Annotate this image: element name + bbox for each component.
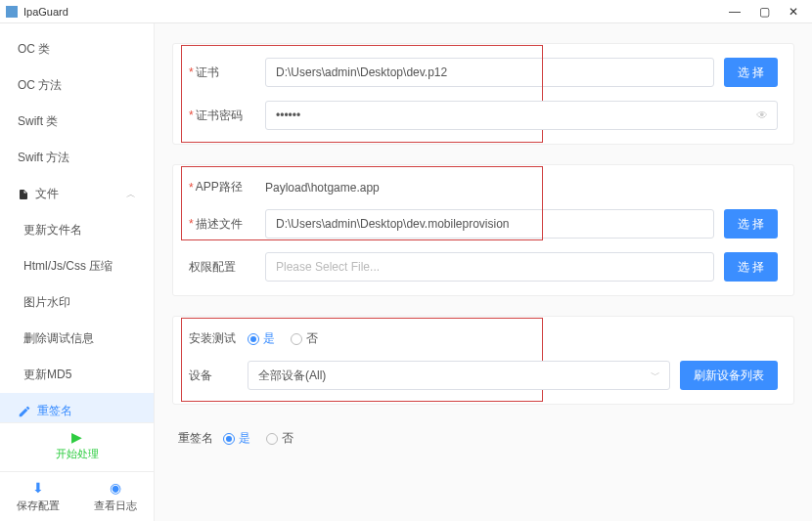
device-select[interactable]	[248, 361, 670, 390]
view-logs-label: 查看日志	[77, 499, 155, 513]
sidebar-menu: OC 类 OC 方法 Swift 类 Swift 方法 文件 ︿ 更新文件名 H…	[0, 23, 154, 422]
resign-footer: 重签名 是 否	[172, 424, 794, 460]
play-icon: ▶	[0, 429, 154, 445]
resign-label: 重签名	[178, 430, 213, 447]
signature-icon	[18, 405, 31, 418]
install-yes-radio[interactable]: 是	[248, 330, 275, 347]
start-label: 开始处理	[0, 447, 154, 461]
certificate-card: *证书 选 择 *证书密码 👁	[172, 43, 794, 145]
sidebar-item-label: 更新文件名	[23, 222, 82, 239]
sidebar-item-resign[interactable]: 重签名	[0, 393, 154, 422]
refresh-devices-button[interactable]: 刷新设备列表	[680, 361, 778, 390]
cert-password-input[interactable]	[265, 101, 778, 130]
resign-no-radio[interactable]: 否	[266, 430, 293, 447]
sidebar-item-oc-class[interactable]: OC 类	[0, 31, 154, 67]
download-icon: ⬇	[0, 480, 77, 496]
app-card: *APP路径 Payload\hotgame.app *描述文件 选 择 权限配…	[172, 164, 794, 296]
view-logs-button[interactable]: ◉ 查看日志	[77, 472, 155, 521]
install-card: 安装测试 是 否 设备 ﹀ 刷新设备列表	[172, 316, 794, 405]
save-config-button[interactable]: ⬇ 保存配置	[0, 472, 77, 521]
app-path-label: *APP路径	[189, 179, 265, 195]
sidebar-item-remove-debug[interactable]: 删除调试信息	[0, 321, 154, 357]
provision-input[interactable]	[265, 209, 714, 239]
provision-label: *描述文件	[189, 216, 265, 233]
permission-input[interactable]	[265, 252, 714, 282]
sidebar-item-html-compress[interactable]: Html/Js/Css 压缩	[0, 248, 154, 284]
sidebar-item-oc-method[interactable]: OC 方法	[0, 67, 154, 104]
sidebar-item-label: 图片水印	[23, 294, 70, 311]
maximize-button[interactable]: ▢	[749, 5, 779, 19]
app-logo-icon	[6, 6, 18, 18]
sidebar-item-label: 删除调试信息	[23, 330, 94, 347]
cert-path-input[interactable]	[265, 58, 714, 87]
sidebar: OC 类 OC 方法 Swift 类 Swift 方法 文件 ︿ 更新文件名 H…	[0, 23, 155, 521]
install-test-label: 安装测试	[189, 330, 248, 347]
app-path-value: Payload\hotgame.app	[265, 181, 380, 195]
cert-pwd-label: *证书密码	[189, 108, 265, 124]
start-action[interactable]: ▶ 开始处理	[0, 422, 154, 471]
title-bar: IpaGuard — ▢ ✕	[0, 0, 812, 23]
main-content: *证书 选 择 *证书密码 👁 *APP路径 Payload\hotgame.a…	[155, 23, 812, 521]
sidebar-item-files[interactable]: 文件 ︿	[0, 176, 154, 212]
sidebar-item-update-filename[interactable]: 更新文件名	[0, 212, 154, 248]
sidebar-item-label: 文件	[35, 186, 59, 202]
sidebar-item-swift-class[interactable]: Swift 类	[0, 104, 154, 140]
sidebar-item-update-md5[interactable]: 更新MD5	[0, 357, 154, 393]
window-title: IpaGuard	[23, 6, 68, 18]
save-config-label: 保存配置	[0, 499, 77, 513]
cert-label: *证书	[189, 65, 265, 81]
sidebar-item-label: 重签名	[37, 403, 72, 419]
install-no-radio[interactable]: 否	[291, 330, 318, 347]
file-icon	[18, 189, 29, 200]
sidebar-item-label: OC 类	[18, 41, 50, 58]
permission-select-button[interactable]: 选 择	[724, 252, 778, 282]
eye-toggle-icon[interactable]: 👁	[756, 109, 768, 122]
sidebar-item-label: 更新MD5	[23, 367, 71, 383]
sidebar-item-label: Swift 类	[18, 113, 58, 130]
close-button[interactable]: ✕	[779, 5, 808, 19]
sidebar-item-label: Html/Js/Css 压缩	[23, 258, 113, 275]
cert-select-button[interactable]: 选 择	[724, 58, 778, 87]
minimize-button[interactable]: —	[720, 5, 749, 19]
provision-select-button[interactable]: 选 择	[724, 209, 778, 239]
device-label: 设备	[189, 368, 248, 384]
eye-icon: ◉	[77, 480, 155, 496]
permission-label: 权限配置	[189, 259, 265, 276]
sidebar-item-label: Swift 方法	[18, 150, 69, 166]
resign-yes-radio[interactable]: 是	[223, 430, 250, 447]
sidebar-item-swift-method[interactable]: Swift 方法	[0, 140, 154, 176]
chevron-up-icon: ︿	[126, 188, 136, 201]
sidebar-item-watermark[interactable]: 图片水印	[0, 284, 154, 321]
sidebar-item-label: OC 方法	[18, 77, 62, 94]
